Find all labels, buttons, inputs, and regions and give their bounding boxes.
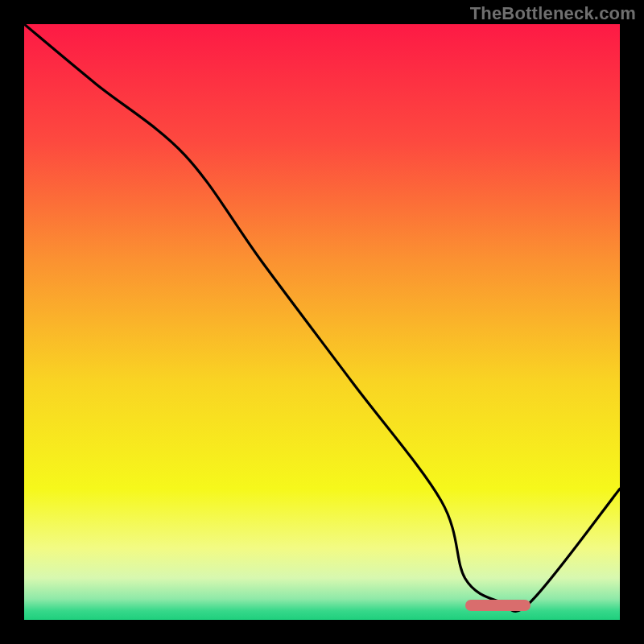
chart-frame: TheBottleneck.com xyxy=(0,0,644,644)
plot-area xyxy=(24,24,620,620)
watermark-text: TheBottleneck.com xyxy=(470,3,636,24)
optimal-range-marker xyxy=(465,600,530,611)
bottleneck-curve xyxy=(24,24,620,620)
